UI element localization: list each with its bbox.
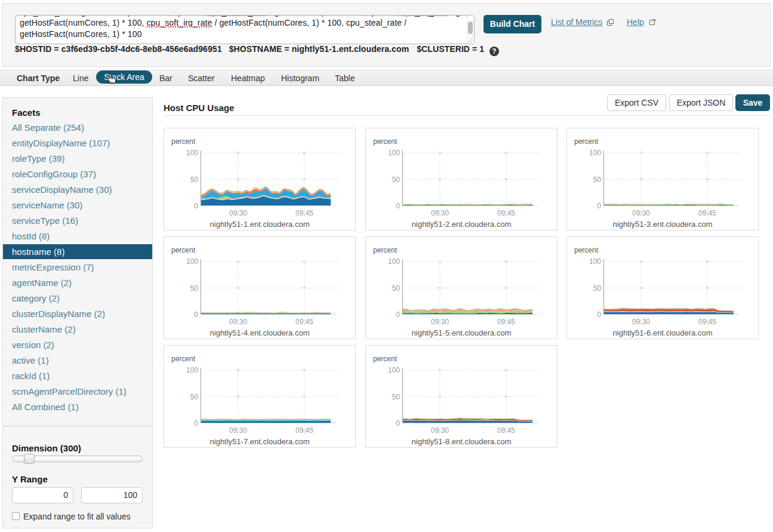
svg-text:percent: percent (373, 246, 398, 254)
svg-text:nightly51-3.ent.cloudera.com: nightly51-3.ent.cloudera.com (613, 220, 713, 229)
svg-text:09:30: 09:30 (229, 318, 247, 326)
svg-text:09:30: 09:30 (632, 318, 650, 326)
svg-text:percent: percent (171, 137, 196, 146)
svg-text:09:45: 09:45 (698, 209, 716, 217)
svg-text:09:30: 09:30 (431, 209, 449, 217)
svg-text:0: 0 (597, 310, 601, 319)
svg-text:100: 100 (186, 257, 198, 266)
svg-text:100: 100 (388, 257, 400, 266)
svg-text:50: 50 (593, 176, 602, 184)
svg-text:100: 100 (388, 366, 400, 374)
svg-text:nightly51-5.ent.cloudera.com: nightly51-5.ent.cloudera.com (412, 328, 512, 337)
svg-text:0: 0 (597, 202, 601, 210)
svg-text:0: 0 (194, 419, 198, 428)
svg-text:50: 50 (190, 284, 199, 293)
svg-text:09:45: 09:45 (497, 318, 515, 326)
svg-text:nightly51-7.ent.cloudera.com: nightly51-7.ent.cloudera.com (210, 437, 310, 446)
svg-text:09:45: 09:45 (295, 426, 313, 435)
svg-text:09:30: 09:30 (431, 426, 449, 435)
svg-text:09:30: 09:30 (431, 318, 449, 326)
svg-text:percent: percent (574, 246, 599, 254)
svg-text:100: 100 (388, 149, 400, 157)
svg-text:50: 50 (392, 176, 401, 184)
svg-text:percent: percent (373, 137, 398, 146)
svg-text:nightly51-1.ent.cloudera.com: nightly51-1.ent.cloudera.com (210, 220, 310, 229)
svg-text:percent: percent (373, 355, 398, 363)
svg-text:09:30: 09:30 (632, 209, 650, 217)
svg-text:0: 0 (396, 419, 400, 428)
svg-text:50: 50 (190, 176, 199, 184)
svg-text:percent: percent (171, 246, 196, 254)
svg-text:0: 0 (194, 202, 198, 210)
svg-text:0: 0 (194, 310, 198, 319)
svg-text:0: 0 (396, 310, 400, 319)
svg-text:09:45: 09:45 (295, 318, 313, 326)
svg-text:100: 100 (186, 366, 198, 374)
svg-text:09:30: 09:30 (229, 426, 247, 435)
svg-text:100: 100 (186, 149, 198, 157)
svg-text:09:45: 09:45 (497, 209, 515, 217)
svg-text:50: 50 (392, 284, 401, 293)
svg-text:100: 100 (589, 257, 601, 266)
svg-text:09:45: 09:45 (497, 426, 515, 435)
svg-text:nightly51-8.ent.cloudera.com: nightly51-8.ent.cloudera.com (412, 437, 512, 446)
svg-text:50: 50 (593, 284, 602, 293)
svg-text:100: 100 (589, 149, 601, 157)
svg-text:nightly51-4.ent.cloudera.com: nightly51-4.ent.cloudera.com (210, 328, 310, 337)
svg-text:50: 50 (392, 393, 401, 401)
svg-text:percent: percent (171, 355, 196, 363)
svg-text:0: 0 (396, 202, 400, 210)
svg-text:nightly51-2.ent.cloudera.com: nightly51-2.ent.cloudera.com (412, 220, 512, 229)
svg-text:50: 50 (190, 393, 199, 401)
svg-text:nightly51-6.ent.cloudera.com: nightly51-6.ent.cloudera.com (613, 328, 713, 337)
svg-text:09:45: 09:45 (698, 318, 716, 326)
svg-text:percent: percent (574, 137, 599, 146)
svg-text:09:45: 09:45 (295, 209, 313, 217)
svg-text:09:30: 09:30 (229, 209, 247, 217)
